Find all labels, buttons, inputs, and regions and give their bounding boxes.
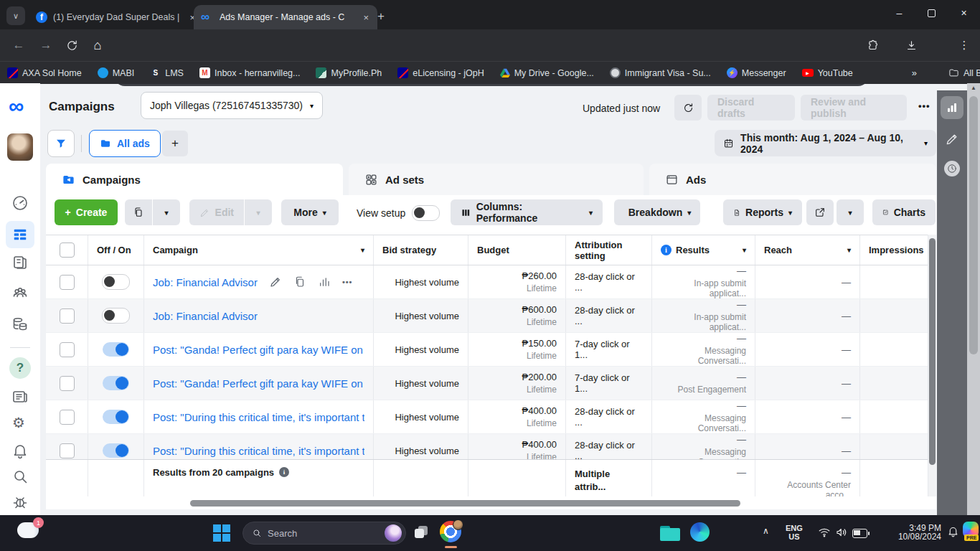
billing-icon[interactable] [11,316,29,333]
bookmark-axa-sol-home[interactable]: AXA Sol Home [7,67,82,78]
back-button[interactable]: ← [9,35,29,55]
create-button[interactable]: +Create [55,199,118,225]
edit-pencil-icon[interactable] [945,132,959,146]
discard-drafts-button[interactable]: Discard drafts [707,95,795,121]
campaign-toggle[interactable] [103,410,129,424]
bug-report-icon[interactable] [11,494,29,511]
scroll-up-arrow-icon[interactable]: ▲ [967,85,980,91]
row-checkbox[interactable] [60,342,75,357]
audiences-icon[interactable] [11,284,29,301]
bookmark-immigrant-visa[interactable]: Immigrant Visa - Su... [610,67,711,78]
new-tab-button[interactable]: + [372,7,390,26]
edit-pencil-icon[interactable] [269,276,282,288]
ad-account-selector[interactable]: Joph Villegas (725167451335730) ▾ [141,92,323,119]
row-checkbox[interactable] [60,275,75,290]
refresh-button[interactable] [674,95,702,121]
reports-button[interactable]: Reports▾ [723,199,802,225]
bookmark-inbox[interactable]: MInbox - hernanvilleg... [199,67,301,78]
battery-icon[interactable] [852,529,867,538]
tab-ad-sets[interactable]: Ad sets [349,164,644,195]
forward-button[interactable]: → [36,35,56,55]
tray-bell-icon[interactable] [947,525,959,537]
tab-campaigns[interactable]: Campaigns [46,164,343,195]
downloads-button[interactable] [901,35,921,55]
edit-dropdown-button[interactable]: ▾ [245,199,272,225]
search-icon[interactable] [11,468,29,485]
scrollbar-thumb[interactable] [929,238,936,465]
campaign-toggle[interactable] [102,308,130,324]
campaign-link[interactable]: Post: "During this critical time, it's i… [153,445,364,457]
breakdown-button[interactable]: Breakdown▾ [614,199,700,225]
charts-button[interactable]: Charts [872,199,936,225]
home-button[interactable]: ⌂ [88,35,108,55]
overview-gauge-icon[interactable] [11,194,29,212]
row-checkbox[interactable] [60,410,75,425]
col-header-bid-strategy[interactable]: Bid strategy [373,235,468,265]
bookmark-mabi[interactable]: MABI [98,67,135,78]
scrollbar-thumb[interactable] [969,96,978,354]
bookmark-drive[interactable]: My Drive - Google... [500,68,594,78]
info-icon[interactable]: i [279,467,289,477]
campaign-link[interactable]: Job: Financial Advisor [153,310,258,322]
bookmark-elicensing[interactable]: eLicensing - jOpH [397,67,484,78]
duplicate-button[interactable] [125,199,152,225]
chrome-taskbar-icon[interactable] [440,521,461,542]
copilot-button[interactable]: PRE [963,522,980,539]
browser-tab-ads-manager[interactable]: ∞ Ads Manager - Manage ads - C × [194,5,377,29]
user-avatar[interactable] [7,133,33,161]
col-header-impressions[interactable]: Impressions [859,235,928,265]
browser-tab-facebook[interactable]: f (1) Everyday Dad Super Deals | × [29,5,204,29]
review-publish-button[interactable]: Review and publish [801,95,907,121]
columns-button[interactable]: Columns: Performance▾ [451,199,603,225]
campaigns-nav-selected[interactable] [6,221,34,248]
browser-menu-kebab-icon[interactable]: ⋮ [954,35,974,55]
campaign-link[interactable]: Post: "Ganda! Perfect gift para kay WIFE… [153,377,364,390]
campaign-toggle[interactable] [103,443,129,458]
col-header-budget[interactable]: Budget [468,235,565,265]
bookmarks-overflow-icon[interactable]: » [912,67,917,78]
campaign-link[interactable]: Post: "Ganda! Perfect gift para kay WIFE… [153,344,364,356]
window-close-button[interactable]: × [948,0,980,26]
date-range-picker[interactable]: This month: Aug 1, 2024 – Aug 10, 2024 ▾ [715,130,936,156]
col-header-results[interactable]: iResults▾ [651,235,755,265]
page-scrollbar[interactable]: ▲ [967,83,980,515]
duplicate-dropdown-button[interactable]: ▾ [153,199,180,225]
tray-expand-chevron-icon[interactable]: ∧ [763,527,769,535]
clock-date[interactable]: 3:49 PM 10/08/2024 [881,524,941,541]
horizontal-scrollbar-thumb[interactable] [190,500,740,507]
history-clock-button[interactable] [944,161,960,176]
campaign-toggle[interactable] [103,342,129,357]
file-explorer-taskbar-icon[interactable] [660,526,680,541]
start-button[interactable] [213,524,230,542]
insights-chart-button[interactable] [941,96,963,119]
add-filter-button[interactable]: + [162,131,188,156]
more-button[interactable]: More▾ [281,199,339,225]
reload-button[interactable] [62,35,82,55]
export-button[interactable] [806,199,834,225]
window-minimize-button[interactable]: – [883,0,915,26]
col-header-reach[interactable]: Reach▾ [755,235,859,265]
col-header-campaign[interactable]: Campaign▾ [143,235,373,265]
news-icon[interactable] [11,388,29,405]
export-dropdown-button[interactable]: ▾ [837,199,864,225]
campaign-link[interactable]: Job: Financial Advisor [153,276,258,288]
bookmark-myprofile[interactable]: MyProfile.Ph [316,67,382,78]
bookmark-youtube[interactable]: ▶YouTube [802,68,853,78]
tab-ads[interactable]: Ads [649,164,936,195]
pages-icon[interactable] [11,254,29,271]
extensions-icon[interactable] [863,35,883,55]
campaign-link[interactable]: Post: "During this critical time, it's i… [153,411,364,423]
select-all-checkbox[interactable] [60,242,75,258]
all-bookmarks-button[interactable]: All Bookmarks [948,67,980,78]
volume-icon[interactable] [835,526,848,539]
edge-taskbar-icon[interactable] [690,522,710,542]
info-icon[interactable]: i [661,245,672,255]
help-button[interactable]: ? [9,357,31,379]
notifications-bell-icon[interactable] [11,442,29,459]
bookmark-messenger[interactable]: ⚡Messenger [727,67,786,78]
bookmark-lms[interactable]: SLMS [150,67,184,78]
filters-button[interactable] [47,130,75,157]
tab-search-chevron-icon[interactable]: ∨ [6,6,25,25]
duplicate-icon[interactable] [293,276,306,288]
edit-button[interactable]: Edit [189,199,244,225]
